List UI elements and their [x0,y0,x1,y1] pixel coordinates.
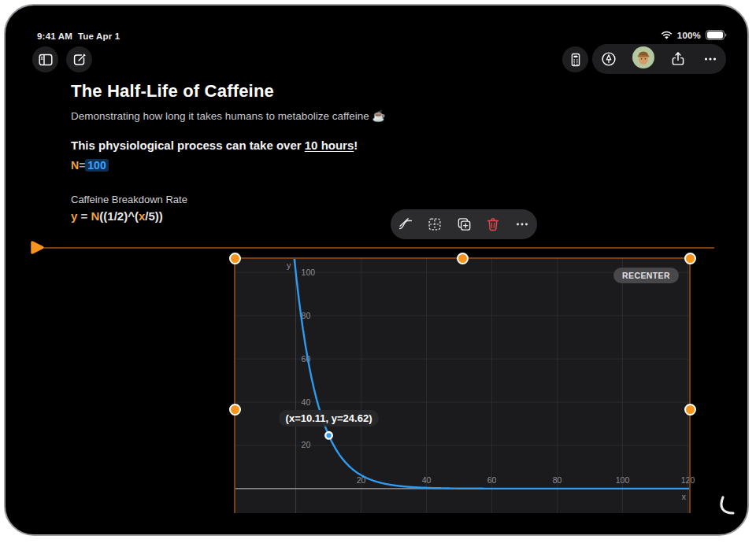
formula-x: x [139,209,145,223]
avatar-image [632,46,654,68]
note-title[interactable]: The Half-Life of Caffeine [71,81,274,102]
statement-suffix: ! [354,139,358,152]
status-time: 9:41 AM [37,31,72,41]
toolbar-more-button[interactable] [513,216,531,233]
selection-border-right [689,258,691,513]
graph-canvas[interactable]: 2040608010012020406080100yx (x=10.11, y=… [235,258,690,513]
variable-value[interactable]: 100 [85,159,108,172]
sidebar-button[interactable] [32,46,58,72]
table-icon [426,216,443,233]
calculator-button[interactable] [562,46,588,72]
handle-mid-right[interactable] [684,404,696,416]
svg-text:40: 40 [422,475,432,485]
recenter-button[interactable]: RECENTER [613,268,679,283]
status-right: 100% [661,30,727,40]
sidebar-icon [37,51,54,68]
svg-text:60: 60 [487,475,497,485]
share-button[interactable] [669,50,687,68]
wifi-icon [661,31,673,40]
share-icon [669,50,687,68]
svg-text:y: y [287,260,291,270]
svg-text:80: 80 [302,311,311,320]
battery-percent: 100% [677,31,701,40]
svg-text:x: x [682,492,687,501]
compose-icon [71,51,88,68]
battery-icon [706,30,727,40]
formula[interactable]: y = N((1/2)^(x/5)) [71,209,163,223]
nav-actions-pill [592,44,726,74]
svg-text:20: 20 [302,440,311,449]
formula-n: N [91,209,99,223]
graph-convert-icon [397,216,414,233]
avatar[interactable] [632,46,654,72]
rate-label[interactable]: Caffeine Breakdown Rate [71,194,187,205]
variable-definition[interactable]: N=100 [71,159,109,172]
duplicate-icon [455,216,472,233]
calculator-icon [567,51,584,68]
note-subtitle[interactable]: Demonstrating how long it takes humans t… [71,109,385,122]
selection-border-left [234,258,235,513]
graph-convert-button[interactable] [397,216,414,233]
statement-text: This physiological process can take over [71,139,305,152]
formula-tail: /5)) [145,209,163,223]
svg-text:100: 100 [616,475,630,485]
toolbar-more-icon [513,216,531,233]
formula-mid: ((1/2)^( [99,209,139,223]
insertion-handle[interactable] [30,241,46,257]
handle-top-left[interactable] [229,253,241,264]
note-statement[interactable]: This physiological process can take over… [71,139,358,152]
pencil-scribble [709,487,740,522]
handle-top-right[interactable] [684,253,696,264]
svg-text:100: 100 [302,268,316,277]
delete-button[interactable] [484,216,502,233]
duplicate-button[interactable] [455,216,472,233]
more-button[interactable] [702,50,719,68]
markup-button[interactable] [600,50,617,68]
handle-top-center[interactable] [457,253,469,264]
svg-text:80: 80 [553,475,562,485]
ipad-screen: 9:41 AM Tue Apr 1 100% [4,4,749,536]
function-plot: 2040608010012020406080100yx [235,258,690,513]
delete-icon [484,216,502,233]
more-icon [702,50,719,68]
variable-name: N [71,159,79,172]
svg-text:120: 120 [681,475,695,485]
insertion-rule [44,247,714,249]
formula-eq: = [77,209,91,223]
compose-button[interactable] [66,46,92,72]
table-button[interactable] [426,216,443,233]
statement-underlined: 10 hours [305,139,354,152]
marked-point[interactable] [325,432,332,439]
handle-mid-left[interactable] [229,404,241,416]
point-coordinates-label: (x=10.11, y=24.62) [279,410,380,427]
svg-text:40: 40 [302,397,311,407]
markup-icon [600,50,617,68]
status-left: 9:41 AM Tue Apr 1 [37,31,120,41]
selection-toolbar [391,209,537,239]
status-date: Tue Apr 1 [78,31,120,41]
